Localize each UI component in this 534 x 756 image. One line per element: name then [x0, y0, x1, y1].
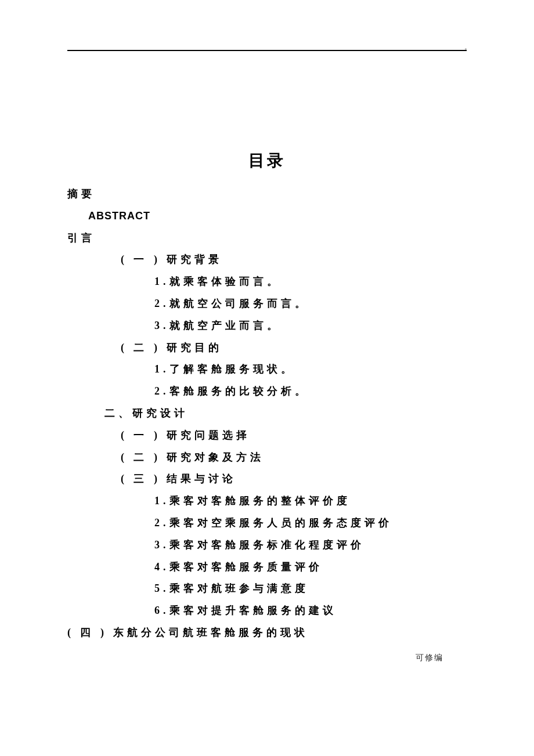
- footer-text: 可修编: [416, 653, 443, 663]
- toc-entry: 3.乘客对客舱服务标准化程度评价: [67, 534, 467, 556]
- toc-entry: ( 一 ) 研究问题选择: [67, 425, 467, 447]
- toc-entry: 1.了解客舱服务现状。: [67, 359, 467, 381]
- toc-entry: 2.乘客对空乘服务人员的服务态度评价: [67, 512, 467, 534]
- toc-entry: 6.乘客对提升客舱服务的建议: [67, 600, 467, 622]
- document-page: - 目录 摘要 ABSTRACT 引言 ( 一 ) 研究背景 1.就乘客体验而言…: [0, 0, 534, 756]
- toc-entry: 2.客舱服务的比较分析。: [67, 381, 467, 403]
- toc-entry: ( 三 ) 结果与讨论: [67, 468, 467, 490]
- toc-entry: 摘要: [67, 183, 467, 205]
- toc-entry: 二、研究设计: [67, 403, 467, 425]
- toc-entry: 1.就乘客体验而言。: [67, 271, 467, 293]
- toc-entry: ( 二 ) 研究对象及方法: [67, 447, 467, 469]
- toc-title: 目录: [67, 150, 467, 172]
- header-rule: [67, 50, 467, 51]
- toc-entry: 引言: [67, 227, 467, 249]
- toc-entry: 5.乘客对航班参与满意度: [67, 578, 467, 600]
- toc-entry: ABSTRACT: [67, 205, 467, 227]
- toc-entry: ( 二 ) 研究目的: [67, 337, 467, 359]
- toc-entry: 4.乘客对客舱服务质量评价: [67, 556, 467, 578]
- toc-entry: ( 四 ) 东航分公司航班客舱服务的现状: [67, 622, 467, 644]
- toc-entry: ( 一 ) 研究背景: [67, 249, 467, 271]
- toc-entry: 3.就航空产业而言。: [67, 315, 467, 337]
- content-area: 目录 摘要 ABSTRACT 引言 ( 一 ) 研究背景 1.就乘客体验而言。 …: [67, 45, 467, 644]
- toc-entry: 2.就航空公司服务而言。: [67, 293, 467, 315]
- toc-entry: 1.乘客对客舱服务的整体评价度: [67, 490, 467, 512]
